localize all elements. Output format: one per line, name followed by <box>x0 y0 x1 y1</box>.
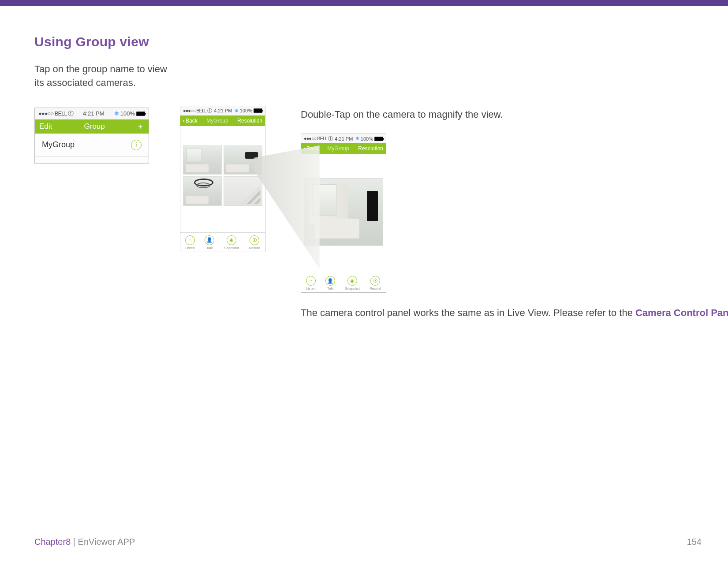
snapshot-button[interactable]: ◉ Snapshot <box>345 276 360 290</box>
top-accent-bar <box>0 0 728 6</box>
snapshot-button[interactable]: ◉ Snapshot <box>224 235 239 250</box>
back-button[interactable]: ‹Back <box>304 145 318 152</box>
camera-tile[interactable] <box>183 145 222 175</box>
tool-label: Record <box>249 246 260 250</box>
nav-bar: Edit Group ＋ <box>35 119 149 134</box>
camera-grid <box>183 145 262 206</box>
camera-icon: ◉ <box>227 235 236 245</box>
nav-bar: ‹Back MyGroup Resolution <box>301 143 386 154</box>
back-button[interactable]: ‹Back <box>183 118 198 124</box>
battery-icon <box>136 112 145 116</box>
group-row[interactable]: MyGroup i <box>35 134 149 157</box>
tool-label: Listen <box>185 246 194 250</box>
headphones-icon: ∩ <box>185 235 195 245</box>
resolution-button[interactable]: Resolution <box>237 118 262 124</box>
info-icon[interactable]: i <box>131 140 142 150</box>
lead-paragraph: Tap on the group name to view its associ… <box>34 63 175 90</box>
status-bar: ●●●○○ BELL ⓕ 4:21 PM ✱ 100% <box>180 106 265 115</box>
camera-icon: ◉ <box>347 276 357 286</box>
camera-control-panel: ∩ Listen 👤 Talk ◉ Snapshot ⦿ Record <box>301 273 386 292</box>
signal-indicator: ●●●○○ BELL ⓕ <box>304 135 332 142</box>
phone-group-grid: ●●●○○ BELL ⓕ 4:21 PM ✱ 100% ‹Back MyGrou… <box>180 106 265 252</box>
talk-button[interactable]: 👤 Talk <box>325 276 335 290</box>
camera-control-panel: ∩ Listen 👤 Talk ◉ Snapshot ⦿ Record <box>180 232 265 252</box>
status-bar: ●●●○○ BELL ⓕ 4:21 PM ✱ 100% <box>301 134 386 143</box>
clock: 4:21 PM <box>335 136 353 141</box>
camera-control-panel-link[interactable]: Camera Control Panel <box>635 307 728 318</box>
battery-icon <box>374 137 383 141</box>
phone-group-list: ●●●○○ BELL ⓕ 4:21 PM ✱ 100% Edit Group ＋… <box>34 108 149 164</box>
signal-indicator: ●●●○○ BELL ⓕ <box>38 110 73 118</box>
chapter-label: Chapter8 <box>34 537 71 547</box>
mic-icon: 👤 <box>325 276 335 286</box>
nav-title: Group <box>52 122 137 131</box>
list-spacer <box>35 157 149 163</box>
listen-button[interactable]: ∩ Listen <box>185 235 195 250</box>
record-button[interactable]: ⦿ Record <box>370 276 381 290</box>
battery-indicator: ✱ 100% <box>355 136 383 141</box>
control-panel-paragraph: The camera control panel works the same … <box>301 306 728 320</box>
add-button[interactable]: ＋ <box>137 121 144 131</box>
record-button[interactable]: ⦿ Record <box>249 235 260 250</box>
edit-button[interactable]: Edit <box>39 122 52 131</box>
tool-label: Talk <box>206 246 213 250</box>
clock: 4:21 PM <box>214 108 232 113</box>
tool-label: Snapshot <box>224 246 239 250</box>
battery-indicator: ✱ 100% <box>114 110 145 117</box>
camera-tile[interactable] <box>224 176 262 206</box>
camera-tile[interactable] <box>183 176 222 206</box>
camera-tile[interactable] <box>224 145 262 175</box>
tool-label: Record <box>370 287 381 290</box>
status-bar: ●●●○○ BELL ⓕ 4:21 PM ✱ 100% <box>35 108 149 119</box>
nav-bar: ‹Back MyGroup Resolution <box>180 115 265 126</box>
page-footer: Chapter8 | EnViewer APP 154 <box>34 537 702 547</box>
camera-tile-large[interactable] <box>304 179 383 246</box>
battery-icon <box>254 108 262 113</box>
mic-icon: 👤 <box>205 235 214 245</box>
group-row-label: MyGroup <box>42 140 75 149</box>
tool-label: Snapshot <box>345 287 360 290</box>
record-icon: ⦿ <box>370 276 380 286</box>
tool-label: Talk <box>327 287 333 290</box>
double-tap-paragraph: Double-Tap on the camera to magnify the … <box>301 108 508 122</box>
talk-button[interactable]: 👤 Talk <box>205 235 214 250</box>
record-icon: ⦿ <box>250 235 259 245</box>
tool-label: Listen <box>306 287 315 290</box>
resolution-button[interactable]: Resolution <box>358 145 383 152</box>
listen-button[interactable]: ∩ Listen <box>306 276 316 290</box>
clock: 4:21 PM <box>83 110 104 117</box>
page-number: 154 <box>687 537 702 547</box>
nav-title: MyGroup <box>318 145 358 152</box>
battery-indicator: ✱ 100% <box>235 108 262 114</box>
signal-indicator: ●●●○○ BELL ⓕ <box>183 108 212 114</box>
nav-title: MyGroup <box>198 118 238 124</box>
app-name-label: EnViewer APP <box>78 537 135 547</box>
phone-magnified: ●●●○○ BELL ⓕ 4:21 PM ✱ 100% ‹Back MyGrou… <box>301 134 386 293</box>
headphones-icon: ∩ <box>306 276 316 286</box>
page-title: Using Group view <box>34 34 702 49</box>
footer-separator: | <box>71 537 78 547</box>
